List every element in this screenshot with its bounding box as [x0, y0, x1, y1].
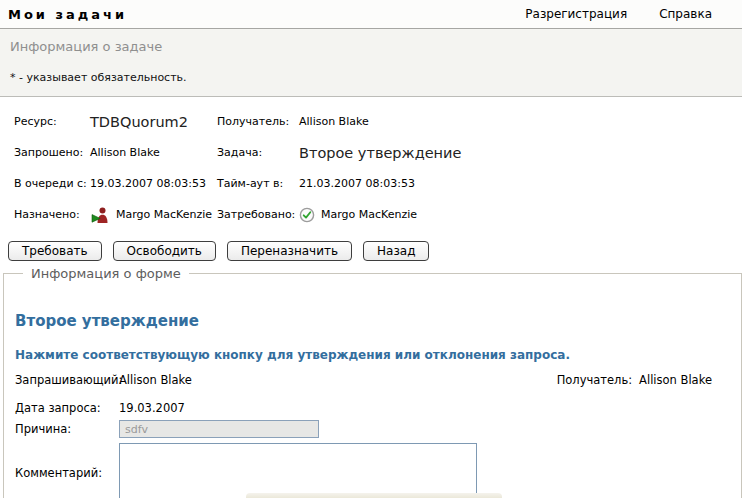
recipient-value: Allison Blake — [299, 106, 742, 137]
back-button[interactable]: Назад — [363, 241, 429, 261]
task-info-panel: Информация о задаче * - указывает обязат… — [0, 29, 742, 97]
help-link[interactable]: Справка — [659, 7, 712, 21]
section-title: Информация о задаче — [10, 39, 732, 54]
header-bar: Мои задачи Разрегистрация Справка — [0, 0, 742, 29]
form-recipient: Получатель: Allison Blake — [557, 373, 712, 387]
release-button[interactable]: Освободить — [113, 241, 216, 261]
comment-label: Комментарий: — [15, 466, 119, 480]
request-date-row: Дата запроса: 19.03.2007 — [15, 401, 741, 415]
form-recipient-label: Получатель: — [557, 373, 632, 387]
comment-textarea[interactable] — [119, 443, 477, 498]
claim-button[interactable]: Требовать — [8, 241, 102, 261]
queued-since-value: 19.03.2007 08:03:53 — [90, 168, 217, 199]
form-info-fieldset: Информация о форме Второе утверждение На… — [3, 266, 742, 498]
reason-input[interactable] — [119, 420, 319, 438]
claimed-value-cell: Margo MacKenzie — [299, 199, 742, 230]
comment-row: Комментарий: — [15, 443, 741, 498]
queued-since-label: В очереди с: — [14, 168, 90, 199]
requester-value: Allison Blake — [119, 373, 192, 387]
requester-row: Запрашивающий: Allison Blake Получатель:… — [15, 373, 741, 387]
request-date-value: 19.03.2007 — [119, 401, 185, 415]
page-title: Мои задачи — [8, 7, 127, 22]
form-info-legend: Информация о форме — [23, 266, 189, 281]
form-recipient-value: Allison Blake — [639, 373, 712, 387]
reason-label: Причина: — [15, 422, 119, 436]
requester-label: Запрашивающий: — [15, 373, 119, 387]
check-circle-icon — [299, 207, 315, 223]
requested-by-value: Allison Blake — [90, 137, 217, 168]
request-date-label: Дата запроса: — [15, 401, 119, 415]
task-value: Второе утверждение — [299, 137, 742, 168]
timeout-value: 21.03.2007 08:03:53 — [299, 168, 742, 199]
form-title: Второе утверждение — [15, 312, 741, 330]
form-instruction: Нажмите соответствующую кнопку для утвер… — [15, 348, 741, 362]
user-flag-icon — [90, 206, 110, 224]
assigned-value-cell: Margo MacKenzie — [90, 199, 217, 230]
recipient-label: Получатель: — [217, 106, 299, 137]
timeout-label: Тайм-аут в: — [217, 168, 299, 199]
requested-by-label: Запрошено: — [14, 137, 90, 168]
cutoff-button[interactable] — [246, 493, 502, 498]
logout-link[interactable]: Разрегистрация — [525, 7, 627, 21]
resource-value: TDBQuorum2 — [90, 106, 217, 137]
task-label: Задача: — [217, 137, 299, 168]
action-button-row: Требовать Освободить Переназначить Назад — [0, 234, 742, 266]
task-detail-fields: Ресурс: TDBQuorum2 Получатель: Allison B… — [0, 97, 742, 234]
required-note: * - указывает обязательность. — [10, 71, 732, 84]
assigned-label: Назначено: — [14, 199, 90, 230]
header-links: Разрегистрация Справка — [525, 7, 712, 21]
claimed-value: Margo MacKenzie — [321, 208, 417, 221]
reassign-button[interactable]: Переназначить — [227, 241, 352, 261]
assigned-value: Margo MacKenzie — [116, 208, 212, 221]
claimed-label: Затребовано: — [217, 199, 299, 230]
resource-label: Ресурс: — [14, 106, 90, 137]
task-fields-grid: Ресурс: TDBQuorum2 Получатель: Allison B… — [14, 106, 742, 230]
reason-row: Причина: — [15, 420, 741, 438]
my-tasks-page: Мои задачи Разрегистрация Справка Информ… — [0, 0, 742, 498]
